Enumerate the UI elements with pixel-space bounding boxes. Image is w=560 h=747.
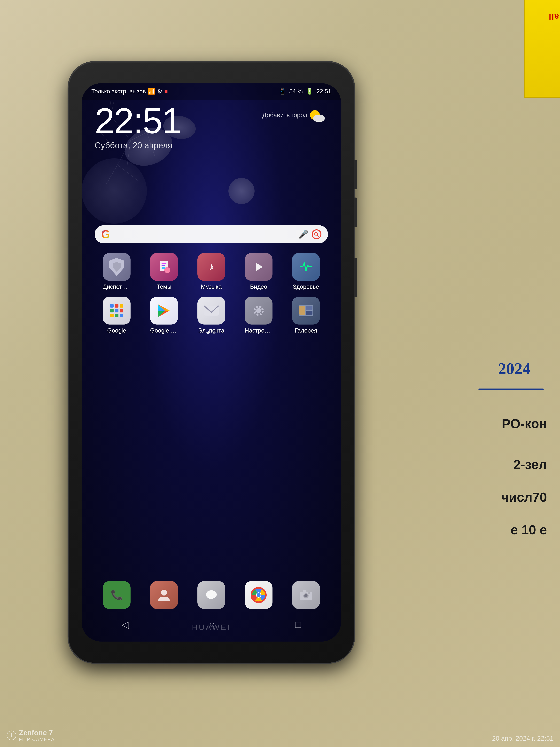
clock-date: Суббота, 20 апреля bbox=[95, 140, 181, 150]
svg-text:✛: ✛ bbox=[10, 732, 14, 738]
dock-icon-chrome bbox=[245, 581, 272, 609]
app-item-settings[interactable]: Настройки bbox=[237, 297, 281, 334]
app-item-health[interactable]: Здоровье bbox=[284, 253, 328, 290]
svg-point-25 bbox=[206, 590, 217, 599]
app-icon-video bbox=[245, 253, 272, 281]
dock-icon-messages bbox=[197, 581, 225, 609]
wallpaper-bubble-4 bbox=[82, 158, 147, 224]
lens-icon[interactable] bbox=[312, 229, 321, 239]
svg-text:♪: ♪ bbox=[209, 260, 214, 273]
add-city-label[interactable]: Добавить город bbox=[262, 112, 308, 119]
dock-item-phone[interactable]: 📞 bbox=[95, 581, 139, 609]
svg-rect-35 bbox=[303, 590, 306, 592]
watermark-right: 20 апр. 2024 г. 22:51 bbox=[492, 735, 554, 742]
app-item-video[interactable]: Видео bbox=[237, 253, 281, 290]
svg-point-17 bbox=[256, 308, 261, 313]
dock-item-chrome[interactable] bbox=[237, 581, 281, 609]
google-apps-grid bbox=[110, 304, 123, 317]
weather-icon bbox=[310, 108, 325, 123]
svg-point-31 bbox=[257, 593, 261, 597]
status-right: 📱 54 % 🔋 22:51 bbox=[279, 88, 331, 95]
app-label-music: Музыка bbox=[201, 283, 221, 290]
battery-percent: 54 % bbox=[289, 88, 303, 95]
svg-rect-20 bbox=[299, 306, 305, 315]
watermark-device-name: Zenfone 7 FLIP CAMERA bbox=[19, 729, 55, 742]
volume-down-button[interactable] bbox=[354, 198, 357, 227]
svg-marker-9 bbox=[256, 263, 263, 271]
page-dot-2 bbox=[213, 331, 216, 334]
huawei-brand: HUAWEI bbox=[192, 623, 231, 632]
status-left: Только экстр. вызов 📶 ⚙ ■ bbox=[91, 88, 168, 95]
dock: 📞 bbox=[91, 578, 331, 612]
emergency-call-text: Только экстр. вызов bbox=[91, 88, 146, 95]
app-label-dispatcher: Диспетчер.. bbox=[103, 283, 131, 290]
app-icon-mail bbox=[197, 297, 225, 325]
app-item-dispatcher[interactable]: Диспетчер.. bbox=[95, 253, 139, 290]
back-button[interactable]: ◁ bbox=[122, 619, 129, 630]
svg-point-34 bbox=[304, 594, 308, 597]
app-icon-settings bbox=[245, 297, 272, 325]
dock-item-camera[interactable] bbox=[284, 581, 328, 609]
svg-rect-22 bbox=[306, 311, 313, 315]
svg-marker-26 bbox=[208, 597, 210, 599]
phone-body: Только экстр. вызов 📶 ⚙ ■ 📱 54 % 🔋 22:51… bbox=[69, 62, 354, 663]
wallpaper bbox=[82, 83, 341, 642]
status-time: 22:51 bbox=[317, 88, 331, 95]
recents-button[interactable]: □ bbox=[295, 619, 301, 630]
svg-rect-4 bbox=[162, 265, 165, 266]
google-g-logo: G bbox=[101, 228, 110, 241]
app-icon-dispatcher bbox=[103, 253, 131, 281]
book-text: Rall bbox=[548, 12, 560, 22]
notification-icon: ■ bbox=[164, 88, 168, 95]
app-label-video: Видео bbox=[250, 283, 267, 290]
desk-note-line4: е 10 е bbox=[511, 522, 547, 537]
page-dots bbox=[82, 331, 341, 334]
phone-screen: Только экстр. вызов 📶 ⚙ ■ 📱 54 % 🔋 22:51… bbox=[82, 83, 341, 642]
clock-time: 22:51 bbox=[95, 103, 181, 139]
app-item-gallery[interactable]: Галерея bbox=[284, 297, 328, 334]
cloud-shape bbox=[313, 115, 325, 122]
watermark-left: ✛ Zenfone 7 FLIP CAMERA bbox=[6, 729, 55, 742]
app-item-gplay[interactable]: Google Play bbox=[142, 297, 186, 334]
power-button[interactable] bbox=[354, 258, 357, 297]
wifi-icon: 📶 bbox=[148, 88, 155, 95]
dock-icon-phone: 📞 bbox=[103, 581, 131, 609]
sim-icon: 📱 bbox=[279, 88, 286, 95]
svg-rect-3 bbox=[162, 263, 166, 264]
photo-timestamp: 20 апр. 2024 г. 22:51 bbox=[492, 735, 554, 742]
dock-icon-contacts bbox=[150, 581, 178, 609]
mic-icon[interactable]: 🎤 bbox=[298, 230, 309, 239]
svg-point-24 bbox=[161, 590, 167, 595]
desk-note-line1: РО-кон bbox=[502, 416, 547, 431]
svg-text:📞: 📞 bbox=[111, 589, 123, 601]
desk-note-line3: числ70 bbox=[501, 490, 547, 505]
zenfone-logo-icon: ✛ bbox=[6, 730, 16, 740]
app-grid: Диспетчер.. Темы bbox=[91, 250, 331, 337]
app-item-music[interactable]: ♪ Музыка bbox=[189, 253, 233, 290]
settings-status-icon: ⚙ bbox=[157, 88, 162, 95]
app-item-google[interactable]: Google bbox=[95, 297, 139, 334]
app-label-themes: Темы bbox=[157, 283, 171, 290]
desk-note-year: 2024 bbox=[498, 359, 531, 378]
yellow-book: Rall bbox=[524, 0, 560, 98]
status-bar: Только экстр. вызов 📶 ⚙ ■ 📱 54 % 🔋 22:51 bbox=[82, 83, 341, 100]
dock-item-messages[interactable] bbox=[189, 581, 233, 609]
battery-icon: 🔋 bbox=[306, 88, 313, 95]
app-icon-google bbox=[103, 297, 131, 325]
shield-icon bbox=[109, 258, 124, 276]
app-icon-health bbox=[292, 253, 320, 281]
svg-line-1 bbox=[317, 235, 319, 236]
svg-point-36 bbox=[308, 592, 310, 594]
app-icon-gallery bbox=[292, 297, 320, 325]
desk-note-line2: 2-зел bbox=[513, 457, 547, 472]
search-bar[interactable]: G 🎤 bbox=[95, 225, 328, 243]
app-item-mail[interactable]: Эл. почта bbox=[189, 297, 233, 334]
app-item-themes[interactable]: Темы bbox=[142, 253, 186, 290]
dock-item-contacts[interactable] bbox=[142, 581, 186, 609]
svg-rect-21 bbox=[306, 306, 313, 310]
weather-widget[interactable]: Добавить город bbox=[262, 108, 325, 123]
wallpaper-bubble-3 bbox=[229, 178, 255, 204]
app-icon-music: ♪ bbox=[197, 253, 225, 281]
desk-underline bbox=[478, 388, 544, 390]
volume-up-button[interactable] bbox=[354, 160, 357, 189]
